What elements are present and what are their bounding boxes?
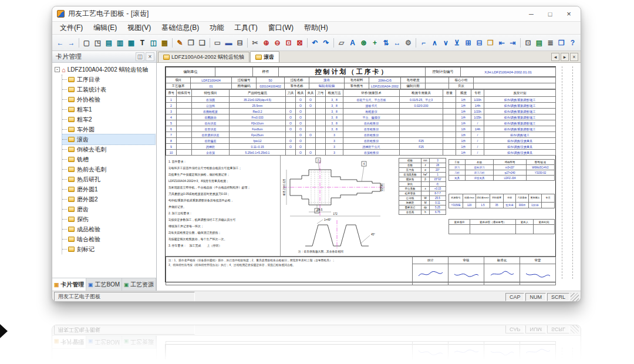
resize-grip[interactable] [571, 326, 579, 334]
toolbar-separator[interactable] [208, 38, 212, 48]
tree-item[interactable]: 刻标记 [62, 244, 155, 254]
move-icon[interactable]: ↔ [392, 37, 403, 49]
menu-item[interactable]: 工具(T) [229, 23, 262, 33]
change-row[interactable] [449, 225, 555, 234]
tree-item[interactable]: 外协检验 [62, 95, 155, 105]
tree-item[interactable]: 热后研孔 [62, 174, 155, 184]
tree-item[interactable]: 滚齿 [62, 134, 155, 144]
menu-item[interactable]: 帮助(H) [299, 23, 333, 33]
card-header-row[interactable]: 项目LDFZ100A04 过程编号50 过程名称滚齿 毛坯材料20MnCr5 毛… [166, 77, 556, 83]
print-icon[interactable]: ⊟ [234, 37, 245, 49]
document-viewport[interactable]: 编制单位 样件 控制计划（工序卡） 控制计划编号 XJH.LDFZ100A04-… [157, 336, 581, 364]
close-panel-button[interactable]: × [146, 52, 154, 61]
folder-icon[interactable]: ❒ [485, 37, 496, 49]
layers-icon[interactable]: ≣ [545, 37, 556, 49]
pencil-icon[interactable]: ✎ [174, 37, 186, 49]
table-row[interactable]: 8 齿距偏差fpt≤12 OO 3齿距检查仪 F25 1件/ 操作/调换/交换量… [166, 138, 556, 144]
toolbar-separator[interactable] [77, 38, 81, 48]
table-row[interactable]: 5 齿向误差Fβ≤10um OO 3、8齿向检查仪 1件/ 操作/调换/重新调整… [166, 120, 556, 126]
tooling-row[interactable]: 夹具滚齿夹具 LDFZ-J04 [449, 176, 555, 181]
minimize-button[interactable]: ─ [522, 8, 541, 21]
line-draw-icon[interactable]: ⌐ [418, 37, 429, 49]
angle-up-icon[interactable]: ∧ [429, 37, 440, 49]
tooling-row[interactable]: 滚刀齿轮滚刀 m3×20°W6Mo5Cr4V2 [449, 165, 555, 170]
signature-cell[interactable] [448, 264, 484, 285]
signature-cell[interactable] [413, 264, 448, 285]
maximize-button[interactable]: □ [541, 8, 559, 21]
cutting-row[interactable]: Y3150E120 1.535 乳化液300件 1次/班 [449, 203, 555, 208]
panel-tab[interactable]: ▣ 工艺BOM [86, 336, 122, 348]
document-tab[interactable]: 滚齿 [250, 51, 279, 62]
toolbar-separator[interactable] [170, 38, 174, 48]
tree-item[interactable]: 磨齿 [62, 204, 155, 214]
control-plan-number[interactable]: XJH.LDFZ100A04-2002.01.01 [461, 68, 556, 77]
save-icon[interactable]: ▬ [223, 37, 234, 49]
tree-item[interactable]: 倒棱去毛刺 [62, 144, 155, 154]
zoom-window-icon[interactable]: ⊡ [283, 37, 294, 49]
tab-scroll-left-button[interactable]: ◂ [551, 53, 559, 61]
tree-item[interactable]: 啮合检验 [62, 234, 155, 244]
tree-item[interactable]: 探伤 [62, 214, 155, 224]
settings-icon[interactable]: ⚙ [403, 37, 414, 49]
library-icon[interactable]: ❒ [556, 37, 567, 49]
pin-icon[interactable]: ◫ [136, 52, 144, 61]
table-row[interactable]: 3 齿面粗糙度Ra≤3.2 OO 3、8粗糙度仪 1件1/20h 操作/调换/重… [166, 109, 556, 114]
redo-icon[interactable]: ↷ [321, 37, 332, 49]
document-tab[interactable]: LDFZ100A04-2002 蜗轮齿轮轴 [158, 52, 249, 62]
new-card-icon[interactable]: ▭ [212, 37, 223, 49]
signature-cell[interactable] [484, 342, 520, 363]
angle-down-icon[interactable]: ∨ [440, 37, 451, 49]
tab-close-button[interactable]: × [570, 53, 578, 61]
close-button[interactable]: × [559, 8, 578, 21]
panel-tab[interactable]: ▣ 工艺资源 [122, 278, 156, 291]
table-row[interactable]: 2 公法线25.5mm O O 3、8游标卡尺 0.02/0-200 1件1/4… [166, 103, 556, 109]
copy-icon[interactable]: ❐ [186, 37, 197, 49]
document-viewport[interactable]: 编制单位 样件 控制计划（工序卡） 控制计划编号 XJH.LDFZ100A04-… [157, 63, 581, 291]
panel-tab[interactable]: ▣ 卡片管理 [52, 336, 86, 348]
tab-scroll-right-button[interactable]: ▸ [561, 53, 569, 61]
cut-icon[interactable]: ✂ [249, 37, 261, 49]
panel-tab[interactable]: ▣ 工艺资源 [122, 336, 156, 348]
table-row[interactable]: 10 全齿深5.25±0.1×5.25±0.1 O O 3齿深检查仪 1件/ 操… [166, 150, 556, 156]
menu-item[interactable]: 视图(V) [122, 23, 156, 33]
region-select-icon[interactable]: ◳ [92, 37, 103, 49]
menu-item[interactable]: 窗口(W) [263, 23, 299, 33]
tree-item[interactable]: 热前去毛刺 [62, 164, 155, 174]
table-row[interactable]: 4 齿圈跳动Fr≤0.033 OO 3、8平台、偏摆仪 1件1/25h 操作/调… [166, 114, 556, 120]
toolbar-separator[interactable] [305, 38, 309, 48]
menu-item[interactable]: 编辑(E) [88, 23, 122, 33]
toolbar-separator[interactable] [518, 38, 522, 48]
signature-cell[interactable] [413, 342, 448, 363]
resize-grip[interactable] [571, 293, 579, 301]
help-icon[interactable]: ? [567, 37, 578, 49]
menu-item[interactable]: 功能 [204, 23, 229, 33]
align-top-icon[interactable]: ▤ [103, 37, 114, 49]
table-row[interactable]: 1 齿顶圆35.21±0.025(dφ+4.5) O O 3、8齿轮千分尺、平台… [166, 97, 556, 103]
tree-item[interactable]: 磨外圆2 [62, 194, 155, 204]
tree-item[interactable]: 磨外圆1 [62, 184, 155, 194]
swap-icon[interactable]: ⇅ [380, 37, 392, 49]
table-row[interactable]: 7 齿距累积误差Fp≤25um O O 3齿距检查仪 1件/ 操作/调换/返工 [166, 132, 556, 138]
align-middle-icon[interactable]: ▥ [114, 37, 126, 49]
page-setup-icon[interactable]: ▱ [336, 37, 347, 49]
tree-item[interactable]: 粗车2 [62, 114, 155, 124]
card-remove-icon[interactable]: ⊟ [474, 37, 485, 49]
merge-cell-icon[interactable]: ◫ [148, 37, 159, 49]
crosshair-icon[interactable]: + [369, 37, 380, 49]
zoom-out-icon[interactable]: ⊖ [272, 37, 283, 49]
back-icon[interactable]: ← [55, 37, 66, 49]
tree-item[interactable]: 工序目录 [62, 75, 155, 85]
font-icon[interactable]: A [347, 37, 358, 49]
tree-item[interactable]: 粗车1 [62, 105, 155, 114]
select-icon[interactable]: ▢ [81, 37, 92, 49]
table-row[interactable]: 9 跨棒距0.11~0.15 OO 3跨棒距千分尺 F25 1件/ 操作/调换/… [166, 144, 556, 150]
symbol-icon[interactable]: ⊛ [358, 37, 369, 49]
tree-item[interactable]: 工装统计表 [62, 85, 155, 95]
signature-cell[interactable] [520, 264, 556, 285]
xor-icon[interactable]: ⊻ [451, 37, 463, 49]
text-tool-icon[interactable]: T [137, 37, 148, 49]
card-add-icon[interactable]: ⊞ [463, 37, 474, 49]
zoom-fit-icon[interactable]: ⊠ [294, 37, 305, 49]
prev-card-icon[interactable]: ⇤ [496, 37, 507, 49]
collapse-icon[interactable]: - [55, 67, 60, 72]
